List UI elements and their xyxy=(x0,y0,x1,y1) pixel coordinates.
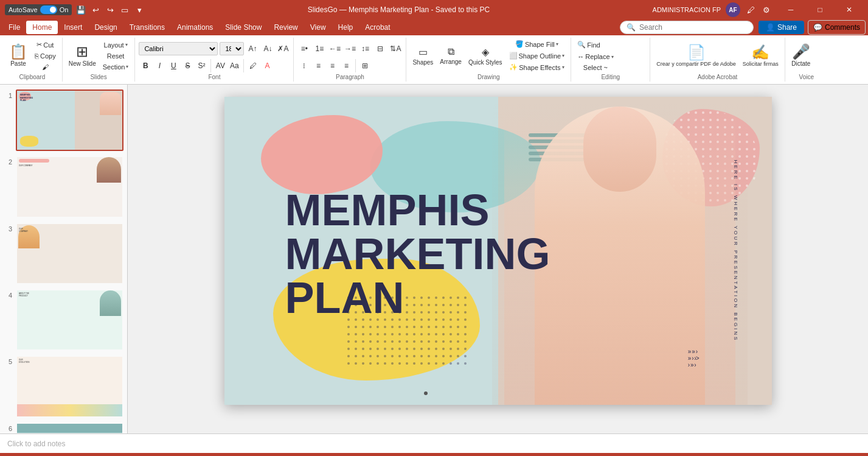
smartart-button[interactable]: ⊞ xyxy=(358,59,372,72)
format-painter-button[interactable]: 🖌 xyxy=(32,62,58,72)
slide-img-3[interactable]: OURCOMPANY xyxy=(16,223,123,284)
paragraph-row2: ⫶ ≡ ≡ ≡ ⊞ xyxy=(297,59,402,72)
slide-img-2[interactable]: OUR COMPANY xyxy=(16,156,123,217)
bold-button[interactable]: B xyxy=(139,59,152,72)
pen-icon[interactable]: 🖊 xyxy=(745,4,756,15)
text-highlight-button[interactable]: 🖊 xyxy=(246,59,260,72)
slide-thumb-1[interactable]: 1 MEMPHISMARKETINGPLAN xyxy=(4,89,123,151)
shapes-icon: ▭ xyxy=(418,46,428,58)
paste-button[interactable]: 📋 Paste xyxy=(6,41,30,71)
maximize-button[interactable]: □ xyxy=(806,0,834,19)
shape-effects-button[interactable]: ✨ Shape Effects ▾ xyxy=(507,62,568,72)
menu-acrobat[interactable]: Acrobat xyxy=(359,21,396,34)
character-spacing-button[interactable]: AV xyxy=(214,59,227,72)
menu-animations[interactable]: Animations xyxy=(171,21,219,34)
menu-review[interactable]: Review xyxy=(268,21,304,34)
menu-transitions[interactable]: Transitions xyxy=(123,21,171,34)
select-button[interactable]: Select ~ xyxy=(575,63,616,72)
slide-img-4[interactable]: ABOUT THEPRODUCT xyxy=(16,289,123,351)
cut-button[interactable]: ✂ Cut xyxy=(32,40,58,50)
font-family-select[interactable]: Calibri xyxy=(139,42,218,55)
canvas-area[interactable]: MEMPHIS MARKETING PLAN ›› ›› › ›› › ›> ›… xyxy=(128,85,868,433)
slide-thumb-2[interactable]: 2 OUR COMPANY xyxy=(4,156,123,217)
align-center-button[interactable]: ≡ xyxy=(311,59,325,72)
shape-fill-button[interactable]: 🪣 Shape Fill ▾ xyxy=(507,39,568,49)
text-direction-button[interactable]: ⇅A xyxy=(389,42,402,55)
new-slide-button[interactable]: ⊞ New Slide xyxy=(66,41,99,71)
change-case-button[interactable]: Aa xyxy=(227,59,241,72)
decrease-indent-button[interactable]: ←≡ xyxy=(328,42,341,55)
italic-button[interactable]: I xyxy=(153,59,166,72)
numbering-button[interactable]: 1≡ xyxy=(313,42,326,55)
replace-dropdown: ▾ xyxy=(611,54,614,60)
reset-button[interactable]: Reset xyxy=(100,51,131,61)
arrange-icon: ⧉ xyxy=(448,46,454,57)
slide-thumb-5[interactable]: 5 OUREVOLUTION xyxy=(4,356,123,417)
bullets-button[interactable]: ≡• xyxy=(297,42,311,55)
font-size-decrease-button[interactable]: A↓ xyxy=(261,42,274,55)
slide-num-3: 3 xyxy=(4,225,12,233)
create-pdf-button[interactable]: 📄 Crear y compartir PDF de Adobe xyxy=(654,41,738,71)
autosave-badge[interactable]: AutoSave On xyxy=(5,4,72,15)
text-shadow-button[interactable]: S² xyxy=(195,59,208,72)
settings-icon[interactable]: ⚙ xyxy=(761,4,772,15)
menu-slideshow[interactable]: Slide Show xyxy=(219,21,268,34)
copy-button[interactable]: ⎘ Copy xyxy=(32,51,58,61)
slide-num-5: 5 xyxy=(4,358,12,365)
menu-help[interactable]: Help xyxy=(332,21,359,34)
line-spacing-button[interactable]: ↕≡ xyxy=(358,42,372,55)
save-icon[interactable]: 💾 xyxy=(75,4,86,15)
menu-design[interactable]: Design xyxy=(88,21,123,34)
paste-icon: 📋 xyxy=(9,44,27,59)
replace-button[interactable]: ↔ Replace ▾ xyxy=(575,52,616,61)
autosave-toggle[interactable] xyxy=(40,5,57,14)
slide-panel[interactable]: 1 MEMPHISMARKETINGPLAN 2 OUR COMPANY xyxy=(0,85,128,433)
notes-bar[interactable]: Click to add notes xyxy=(0,433,868,453)
notes-placeholder: Click to add notes xyxy=(7,440,65,448)
slide-img-5[interactable]: OUREVOLUTION xyxy=(16,356,123,417)
align-left-button[interactable]: ⫶ xyxy=(297,59,311,72)
slide-thumb-4[interactable]: 4 ABOUT THEPRODUCT xyxy=(4,289,123,351)
find-button[interactable]: 🔍 Find xyxy=(575,40,602,50)
shape-outline-button[interactable]: ⬜ Shape Outline ▾ xyxy=(507,51,568,61)
arrange-button[interactable]: ⧉ Arrange xyxy=(437,45,464,66)
share-button[interactable]: 👤 Share xyxy=(759,21,804,34)
font-color-button[interactable]: A xyxy=(260,59,274,72)
avatar[interactable]: AF xyxy=(726,2,740,17)
search-box[interactable]: 🔍 xyxy=(620,21,754,34)
slide-thumb-3[interactable]: 3 OURCOMPANY xyxy=(4,223,123,284)
increase-indent-button[interactable]: →≡ xyxy=(343,42,356,55)
menu-insert[interactable]: Insert xyxy=(58,21,88,34)
shapes-button[interactable]: ▭ Shapes xyxy=(410,45,436,67)
font-row1: Calibri 18 A↑ A↓ ✗A xyxy=(139,39,290,58)
slide-canvas[interactable]: MEMPHIS MARKETING PLAN ›› ›› › ›› › ›> ›… xyxy=(224,97,772,405)
columns-button[interactable]: ⊟ xyxy=(373,42,387,55)
solicitar-button[interactable]: ✍ Solicitar firmas xyxy=(740,41,781,71)
justify-button[interactable]: ≡ xyxy=(339,59,353,72)
font-size-select[interactable]: 18 xyxy=(220,42,244,55)
section-button[interactable]: Section ▾ xyxy=(100,62,131,72)
redo-icon[interactable]: ↪ xyxy=(105,4,116,15)
slide-img-6[interactable]: OUREVOLUTION xyxy=(16,423,123,433)
dictate-button[interactable]: 🎤 Dictate xyxy=(789,41,813,71)
undo-icon[interactable]: ↩ xyxy=(90,4,101,15)
menu-view[interactable]: View xyxy=(304,21,332,34)
comments-button[interactable]: 💬 Comments xyxy=(808,20,866,35)
search-input[interactable] xyxy=(639,23,743,32)
clear-format-button[interactable]: ✗A xyxy=(276,42,290,55)
close-button[interactable]: ✕ xyxy=(835,0,863,19)
strikethrough-button[interactable]: S xyxy=(181,59,194,72)
quick-styles-button[interactable]: ◈ Quick Styles xyxy=(466,45,505,67)
slide-img-1[interactable]: MEMPHISMARKETINGPLAN xyxy=(16,89,123,151)
menu-file[interactable]: File xyxy=(2,21,26,34)
align-right-button[interactable]: ≡ xyxy=(325,59,339,72)
svg-rect-3 xyxy=(346,295,468,368)
minimize-button[interactable]: ─ xyxy=(777,0,805,19)
underline-button[interactable]: U xyxy=(167,59,180,72)
customize-icon[interactable]: ▾ xyxy=(134,4,145,15)
font-size-increase-button[interactable]: A↑ xyxy=(246,42,259,55)
layout-button[interactable]: Layout ▾ xyxy=(100,40,131,50)
slide-thumb-6[interactable]: 6 OUREVOLUTION xyxy=(4,423,123,433)
menu-home[interactable]: Home xyxy=(26,21,58,34)
present-icon[interactable]: ▭ xyxy=(119,4,130,15)
